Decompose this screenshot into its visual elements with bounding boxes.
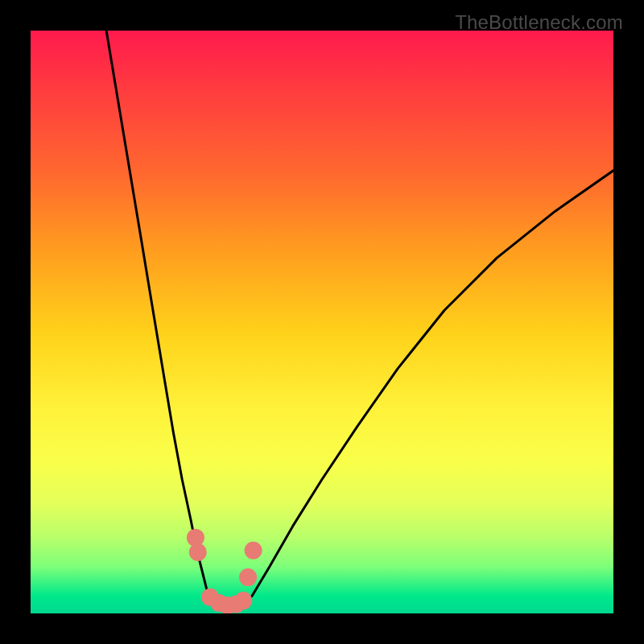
marker-dot (239, 568, 257, 586)
trough-markers (187, 529, 262, 613)
marker-dot (189, 543, 207, 561)
chart-frame: TheBottleneck.com (0, 0, 644, 644)
plot-area (31, 31, 613, 613)
curve-path (106, 31, 613, 608)
bottleneck-curve (106, 31, 613, 608)
marker-dot (245, 542, 262, 559)
curve-layer (31, 31, 613, 613)
watermark-text: TheBottleneck.com (455, 11, 623, 34)
marker-dot (234, 592, 252, 609)
